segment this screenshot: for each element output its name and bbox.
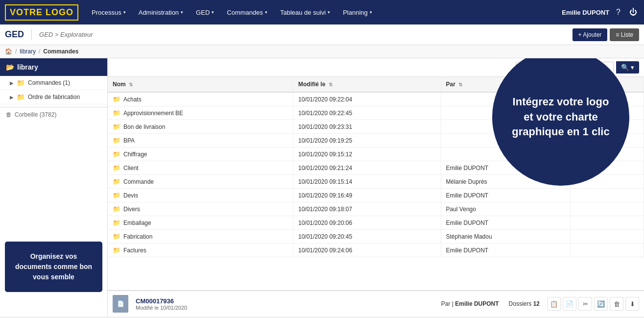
cut-button[interactable]: ✂ bbox=[578, 297, 592, 311]
cell-nom: 📁 Divers bbox=[108, 202, 293, 216]
bottom-bar: 📄 CM00017936 Modifié le 10/01/2020 Par |… bbox=[108, 290, 644, 317]
cell-modifie: 10/01/2020 09:24:06 bbox=[293, 244, 441, 257]
sidebar-header: 📂 library bbox=[0, 58, 107, 76]
cell-par bbox=[441, 120, 571, 134]
cell-modifie: 10/01/2020 09:15:14 bbox=[293, 175, 441, 189]
cell-par: Emilie DUPONT bbox=[441, 216, 571, 230]
help-button[interactable]: ? bbox=[614, 6, 622, 19]
folder-icon: 📁 bbox=[113, 192, 120, 199]
cell-taille bbox=[571, 244, 644, 257]
chevron-down-icon: ▾ bbox=[631, 64, 634, 71]
section-title: GED bbox=[5, 29, 32, 40]
nav-processus[interactable]: Processus ▾ bbox=[86, 5, 132, 20]
cell-modifie: 10/01/2020 09:21:24 bbox=[293, 161, 441, 175]
sidebar-item-ordre[interactable]: ▶ 📁 Ordre de fabrication bbox=[0, 90, 107, 104]
par-label: Par | Emilie DUPONT bbox=[441, 300, 499, 307]
cell-modifie: 10/01/2020 09:18:07 bbox=[293, 202, 441, 216]
sort-icon: ⇅ bbox=[593, 82, 597, 87]
folder-icon: 📁 bbox=[17, 93, 25, 101]
nav-commandes[interactable]: Commandes ▾ bbox=[221, 5, 273, 20]
top-navigation: VOTRE LOGO Processus ▾ Administration ▾ … bbox=[0, 0, 644, 24]
col-taille[interactable]: Taille ⇅ bbox=[571, 77, 644, 92]
bottom-actions: 📋 📄 ✂ 🔄 🗑 ⬇ bbox=[547, 297, 639, 311]
folder-icon: 📁 bbox=[113, 150, 120, 158]
sort-icon: ⇅ bbox=[329, 82, 333, 87]
breadcrumb-library[interactable]: library bbox=[20, 48, 36, 55]
logo: VOTRE LOGO bbox=[5, 4, 78, 21]
add-button[interactable]: + Ajouter bbox=[572, 28, 608, 41]
table-row[interactable]: 📁 Chiffrage 10/01/2020 09:15:12 bbox=[108, 147, 644, 161]
cell-taille bbox=[571, 161, 644, 175]
table-row[interactable]: 📁 Emballage 10/01/2020 09:20:06 Emilie D… bbox=[108, 216, 644, 230]
search-bar: 🔍 ▾ bbox=[108, 58, 644, 77]
list-button[interactable]: ≡ Liste bbox=[610, 28, 639, 41]
cell-par: Mélanie Duprès bbox=[441, 175, 571, 189]
folder-icon: 📁 bbox=[113, 205, 120, 213]
folder-icon: 📁 bbox=[113, 246, 120, 254]
cell-taille bbox=[571, 120, 644, 134]
search-input[interactable] bbox=[516, 62, 614, 73]
cell-nom: 📁 Achats bbox=[108, 92, 293, 106]
cell-par bbox=[441, 106, 571, 120]
nav-planning[interactable]: Planning ▾ bbox=[337, 5, 378, 20]
chevron-down-icon: ▾ bbox=[123, 10, 126, 15]
nav-administration[interactable]: Administration ▾ bbox=[133, 5, 189, 20]
cell-nom: 📁 Emballage bbox=[108, 216, 293, 230]
cell-modifie: 10/01/2020 09:19:25 bbox=[293, 134, 441, 147]
power-button[interactable]: ⏻ bbox=[627, 6, 639, 19]
table-row[interactable]: 📁 Devis 10/01/2020 09:16:49 Emilie DUPON… bbox=[108, 189, 644, 202]
cell-nom: 📁 Fabrication bbox=[108, 230, 293, 244]
table-row[interactable]: 📁 Commande 10/01/2020 09:15:14 Mélanie D… bbox=[108, 175, 644, 189]
cell-par: Emilie DUPONT bbox=[441, 161, 571, 175]
chevron-down-icon: ▾ bbox=[370, 10, 372, 15]
table-row[interactable]: 📁 BPA 10/01/2020 09:19:25 bbox=[108, 134, 644, 147]
trash-icon: 🗑 bbox=[6, 111, 12, 118]
col-nom[interactable]: Nom ⇅ bbox=[108, 77, 293, 92]
sidebar: 📂 library ▶ 📁 Commandes (1) ▶ 📁 Ordre de… bbox=[0, 58, 108, 317]
file-date: Modifié le 10/01/2020 bbox=[136, 305, 434, 311]
cell-nom: 📁 BPA bbox=[108, 134, 293, 147]
folder-icon: 📁 bbox=[113, 123, 120, 130]
chevron-down-icon: ▾ bbox=[328, 10, 330, 15]
cell-par: Stéphanie Madou bbox=[441, 230, 571, 244]
breadcrumb: 🏠 / library / Commandes bbox=[0, 45, 644, 58]
table-row[interactable]: 📁 Divers 10/01/2020 09:18:07 Paul Vengo bbox=[108, 202, 644, 216]
file-table: Nom ⇅ Modifié le ⇅ Par ⇅ Taille bbox=[108, 77, 644, 257]
col-par[interactable]: Par ⇅ bbox=[441, 77, 571, 92]
copy-button[interactable]: 📋 bbox=[547, 297, 561, 311]
cell-nom: 📁 Client bbox=[108, 161, 293, 175]
cell-taille bbox=[571, 216, 644, 230]
cell-par bbox=[441, 147, 571, 161]
cell-nom: 📁 Commande bbox=[108, 175, 293, 189]
table-row[interactable]: 📁 Approvisionnement BE 10/01/2020 09:22:… bbox=[108, 106, 644, 120]
chevron-down-icon: ▾ bbox=[181, 10, 183, 15]
folder-icon: 📁 bbox=[113, 178, 120, 185]
main-layout: 📂 library ▶ 📁 Commandes (1) ▶ 📁 Ordre de… bbox=[0, 58, 644, 317]
table-row[interactable]: 📁 Bon de livraison 10/01/2020 09:23:31 bbox=[108, 120, 644, 134]
duplicate-button[interactable]: 📄 bbox=[563, 297, 576, 311]
folder-icon: 📁 bbox=[113, 219, 120, 226]
folder-icon: 📁 bbox=[113, 164, 120, 171]
cell-taille bbox=[571, 92, 644, 106]
search-button[interactable]: 🔍 ▾ bbox=[616, 61, 639, 73]
delete-button[interactable]: 🗑 bbox=[610, 297, 623, 311]
sidebar-corbeille[interactable]: 🗑 Corbeille (3782) bbox=[0, 107, 107, 122]
col-modifie[interactable]: Modifié le ⇅ bbox=[293, 77, 441, 92]
table-row[interactable]: 📁 Client 10/01/2020 09:21:24 Emilie DUPO… bbox=[108, 161, 644, 175]
table-row[interactable]: 📁 Factures 10/01/2020 09:24:06 Emilie DU… bbox=[108, 244, 644, 257]
cell-taille bbox=[571, 147, 644, 161]
download-button[interactable]: ⬇ bbox=[625, 297, 639, 311]
nav-ged[interactable]: GED ▾ bbox=[190, 5, 220, 20]
table-row[interactable]: 📁 Fabrication 10/01/2020 09:20:45 Stépha… bbox=[108, 230, 644, 244]
sidebar-item-commandes[interactable]: ▶ 📁 Commandes (1) bbox=[0, 76, 107, 90]
chevron-down-icon: ▾ bbox=[265, 10, 267, 15]
folder-icon: 📁 bbox=[113, 96, 120, 103]
expand-icon: ▶ bbox=[10, 95, 14, 100]
cell-taille bbox=[571, 106, 644, 120]
document-icon: 📄 bbox=[117, 300, 124, 307]
home-icon[interactable]: 🏠 bbox=[5, 48, 12, 55]
nav-tableau[interactable]: Tableau de suivi ▾ bbox=[274, 5, 336, 20]
refresh-button[interactable]: 🔄 bbox=[594, 297, 608, 311]
bottom-meta: Par | Emilie DUPONT Dossiers 12 bbox=[441, 300, 540, 307]
table-row[interactable]: 📁 Achats 10/01/2020 09:22:04 bbox=[108, 92, 644, 106]
